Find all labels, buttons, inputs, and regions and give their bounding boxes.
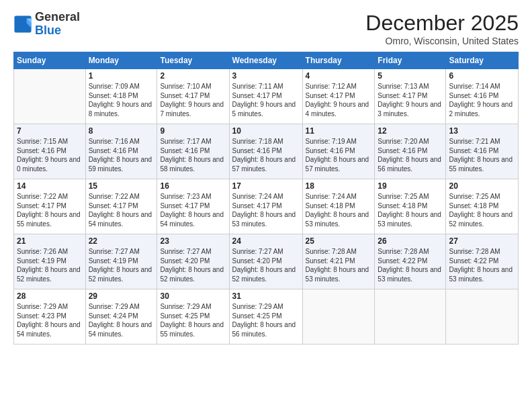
- header-sunday: Sunday: [14, 52, 86, 69]
- calendar-week-row: 7Sunrise: 7:15 AMSunset: 4:16 PMDaylight…: [14, 124, 519, 179]
- table-row: [302, 289, 375, 345]
- day-info: Sunrise: 7:14 AMSunset: 4:16 PMDaylight:…: [449, 82, 515, 118]
- table-row: 16Sunrise: 7:23 AMSunset: 4:17 PMDayligh…: [157, 179, 229, 234]
- day-info: Sunrise: 7:29 AMSunset: 4:23 PMDaylight:…: [17, 302, 83, 338]
- day-info: Sunrise: 7:27 AMSunset: 4:19 PMDaylight:…: [89, 247, 154, 283]
- day-info: Sunrise: 7:28 AMSunset: 4:21 PMDaylight:…: [306, 247, 372, 283]
- table-row: 9Sunrise: 7:17 AMSunset: 4:16 PMDaylight…: [157, 124, 229, 179]
- table-row: 14Sunrise: 7:22 AMSunset: 4:17 PMDayligh…: [14, 179, 86, 234]
- day-number: 11: [306, 126, 372, 136]
- header-thursday: Thursday: [302, 52, 375, 69]
- header-friday: Friday: [375, 52, 446, 69]
- day-number: 6: [449, 71, 515, 81]
- table-row: 20Sunrise: 7:25 AMSunset: 4:18 PMDayligh…: [446, 179, 519, 234]
- day-number: 10: [232, 126, 300, 136]
- day-info: Sunrise: 7:18 AMSunset: 4:16 PMDaylight:…: [232, 137, 300, 173]
- logo-icon: [13, 15, 32, 34]
- header-saturday: Saturday: [446, 52, 519, 69]
- day-info: Sunrise: 7:15 AMSunset: 4:16 PMDaylight:…: [17, 137, 83, 173]
- logo-text: General Blue: [35, 11, 80, 38]
- day-number: 13: [449, 126, 515, 136]
- day-number: 22: [89, 236, 154, 246]
- table-row: 5Sunrise: 7:13 AMSunset: 4:17 PMDaylight…: [375, 69, 446, 124]
- day-info: Sunrise: 7:28 AMSunset: 4:22 PMDaylight:…: [449, 247, 515, 283]
- header-tuesday: Tuesday: [157, 52, 229, 69]
- table-row: 15Sunrise: 7:22 AMSunset: 4:17 PMDayligh…: [85, 179, 157, 234]
- month-title: December 2025: [365, 11, 519, 36]
- table-row: 11Sunrise: 7:19 AMSunset: 4:16 PMDayligh…: [302, 124, 375, 179]
- day-info: Sunrise: 7:17 AMSunset: 4:16 PMDaylight:…: [160, 137, 226, 173]
- table-row: 13Sunrise: 7:21 AMSunset: 4:16 PMDayligh…: [446, 124, 519, 179]
- header-monday: Monday: [85, 52, 157, 69]
- table-row: 12Sunrise: 7:20 AMSunset: 4:16 PMDayligh…: [375, 124, 446, 179]
- day-number: 18: [306, 181, 372, 191]
- day-info: Sunrise: 7:10 AMSunset: 4:17 PMDaylight:…: [160, 82, 226, 118]
- calendar-table: Sunday Monday Tuesday Wednesday Thursday…: [13, 52, 519, 345]
- day-info: Sunrise: 7:09 AMSunset: 4:18 PMDaylight:…: [89, 82, 154, 118]
- day-info: Sunrise: 7:29 AMSunset: 4:25 PMDaylight:…: [160, 302, 226, 338]
- day-info: Sunrise: 7:22 AMSunset: 4:17 PMDaylight:…: [17, 192, 83, 228]
- day-number: 12: [378, 126, 443, 136]
- day-number: 14: [17, 181, 83, 191]
- day-number: 31: [232, 291, 300, 301]
- day-number: 24: [232, 236, 300, 246]
- day-number: 8: [89, 126, 154, 136]
- table-row: 18Sunrise: 7:24 AMSunset: 4:18 PMDayligh…: [302, 179, 375, 234]
- table-row: 28Sunrise: 7:29 AMSunset: 4:23 PMDayligh…: [14, 289, 86, 345]
- table-row: 31Sunrise: 7:29 AMSunset: 4:25 PMDayligh…: [229, 289, 302, 345]
- table-row: 17Sunrise: 7:24 AMSunset: 4:17 PMDayligh…: [229, 179, 302, 234]
- day-number: 27: [449, 236, 515, 246]
- day-number: 23: [160, 236, 226, 246]
- table-row: 27Sunrise: 7:28 AMSunset: 4:22 PMDayligh…: [446, 234, 519, 289]
- day-info: Sunrise: 7:27 AMSunset: 4:20 PMDaylight:…: [160, 247, 226, 283]
- day-number: 17: [232, 181, 300, 191]
- header-wednesday: Wednesday: [229, 52, 302, 69]
- title-block: December 2025 Omro, Wisconsin, United St…: [365, 11, 519, 46]
- table-row: 2Sunrise: 7:10 AMSunset: 4:17 PMDaylight…: [157, 69, 229, 124]
- page: General Blue December 2025 Omro, Wiscons…: [0, 0, 532, 411]
- table-row: 30Sunrise: 7:29 AMSunset: 4:25 PMDayligh…: [157, 289, 229, 345]
- table-row: 3Sunrise: 7:11 AMSunset: 4:17 PMDaylight…: [229, 69, 302, 124]
- day-number: 25: [306, 236, 372, 246]
- day-number: 28: [17, 291, 83, 301]
- day-info: Sunrise: 7:21 AMSunset: 4:16 PMDaylight:…: [449, 137, 515, 173]
- day-number: 29: [89, 291, 154, 301]
- table-row: [375, 289, 446, 345]
- day-number: 30: [160, 291, 226, 301]
- day-info: Sunrise: 7:28 AMSunset: 4:22 PMDaylight:…: [378, 247, 443, 283]
- table-row: 19Sunrise: 7:25 AMSunset: 4:18 PMDayligh…: [375, 179, 446, 234]
- table-row: 21Sunrise: 7:26 AMSunset: 4:19 PMDayligh…: [14, 234, 86, 289]
- day-number: 3: [232, 71, 300, 81]
- day-info: Sunrise: 7:11 AMSunset: 4:17 PMDaylight:…: [232, 82, 300, 118]
- day-info: Sunrise: 7:23 AMSunset: 4:17 PMDaylight:…: [160, 192, 226, 228]
- day-number: 20: [449, 181, 515, 191]
- day-info: Sunrise: 7:29 AMSunset: 4:24 PMDaylight:…: [89, 302, 154, 338]
- day-number: 26: [378, 236, 443, 246]
- day-info: Sunrise: 7:19 AMSunset: 4:16 PMDaylight:…: [306, 137, 372, 173]
- day-info: Sunrise: 7:29 AMSunset: 4:25 PMDaylight:…: [232, 302, 300, 338]
- day-info: Sunrise: 7:13 AMSunset: 4:17 PMDaylight:…: [378, 82, 443, 118]
- day-info: Sunrise: 7:27 AMSunset: 4:20 PMDaylight:…: [232, 247, 300, 283]
- day-info: Sunrise: 7:16 AMSunset: 4:16 PMDaylight:…: [89, 137, 154, 173]
- day-info: Sunrise: 7:25 AMSunset: 4:18 PMDaylight:…: [378, 192, 443, 228]
- day-info: Sunrise: 7:22 AMSunset: 4:17 PMDaylight:…: [89, 192, 154, 228]
- table-row: 7Sunrise: 7:15 AMSunset: 4:16 PMDaylight…: [14, 124, 86, 179]
- calendar-week-row: 14Sunrise: 7:22 AMSunset: 4:17 PMDayligh…: [14, 179, 519, 234]
- day-number: 9: [160, 126, 226, 136]
- table-row: [14, 69, 86, 124]
- logo-blue: Blue: [35, 24, 61, 37]
- day-number: 16: [160, 181, 226, 191]
- logo-general: General: [35, 10, 80, 24]
- table-row: 23Sunrise: 7:27 AMSunset: 4:20 PMDayligh…: [157, 234, 229, 289]
- location: Omro, Wisconsin, United States: [365, 36, 519, 46]
- day-number: 21: [17, 236, 83, 246]
- day-info: Sunrise: 7:20 AMSunset: 4:16 PMDaylight:…: [378, 137, 443, 173]
- day-info: Sunrise: 7:12 AMSunset: 4:17 PMDaylight:…: [306, 82, 372, 118]
- day-number: 4: [306, 71, 372, 81]
- day-number: 1: [89, 71, 154, 81]
- header: General Blue December 2025 Omro, Wiscons…: [13, 11, 519, 46]
- day-info: Sunrise: 7:25 AMSunset: 4:18 PMDaylight:…: [449, 192, 515, 228]
- day-info: Sunrise: 7:26 AMSunset: 4:19 PMDaylight:…: [17, 247, 83, 283]
- day-number: 2: [160, 71, 226, 81]
- table-row: 24Sunrise: 7:27 AMSunset: 4:20 PMDayligh…: [229, 234, 302, 289]
